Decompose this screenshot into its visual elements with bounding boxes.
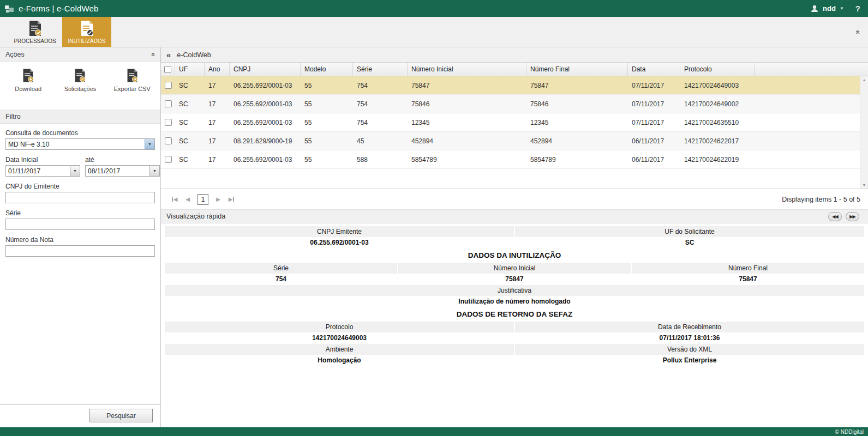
preview-title: Visualização rápida <box>166 213 225 220</box>
user-menu[interactable]: ndd <box>823 4 836 13</box>
data-final-picker[interactable]: ▼ <box>85 165 160 177</box>
grid-title: e-ColdWeb <box>177 51 211 59</box>
data-grid: UF Ano CNPJ Modelo Série Número Inicial … <box>161 63 868 189</box>
cell-modelo: 55 <box>301 156 353 164</box>
next-record-button[interactable]: ▶▶ <box>846 212 859 221</box>
data-inicial-picker[interactable]: ▼ <box>5 165 80 177</box>
select-all-checkbox[interactable] <box>164 66 171 73</box>
chevron-down-icon[interactable]: ▼ <box>70 166 80 176</box>
quick-view-panel: CNPJ Emitente 06.255.692/0001-03 UF do S… <box>161 223 868 366</box>
field-data-recebimento: Data de Recebimento 07/11/2017 18:01:36 <box>514 322 865 344</box>
cell-data: 07/11/2017 <box>628 119 680 126</box>
prev-page-button[interactable]: ◀ <box>182 193 194 205</box>
cell-numero-final: 75847 <box>526 82 628 89</box>
field-value: Homologação <box>164 355 514 366</box>
exportar-csv-button[interactable]: Exportar CSV <box>107 68 157 92</box>
field-label: Ambiente <box>165 344 514 355</box>
cell-data: 06/11/2017 <box>628 156 680 164</box>
previous-record-button[interactable]: ◀◀ <box>828 212 842 221</box>
consulta-dropdown[interactable]: ▼ <box>5 138 155 150</box>
cell-uf: SC <box>175 82 205 89</box>
document-void-icon <box>80 20 94 37</box>
page-number[interactable]: 1 <box>197 194 208 205</box>
cell-protocolo: 142170024622019 <box>680 156 755 164</box>
first-page-button[interactable]: ◀ <box>169 193 181 205</box>
action-label: Exportar CSV <box>114 86 151 92</box>
solicitacoes-button[interactable]: ⇄ Solicitações <box>56 68 105 92</box>
scroll-up-icon[interactable]: ▲ <box>863 78 866 82</box>
cell-data: 07/11/2017 <box>628 100 680 108</box>
data-inicial-input[interactable] <box>6 166 70 176</box>
chevron-double-up-icon[interactable]: » <box>149 53 157 57</box>
row-checkbox[interactable] <box>165 82 172 89</box>
field-versao-xml: Versão do XML Pollux Enterprise <box>514 344 865 366</box>
tab-processados[interactable]: PROCESSADOS <box>10 17 59 47</box>
field-label: Protocolo <box>165 322 514 332</box>
cell-protocolo: 142170024622017 <box>680 137 755 145</box>
field-value: 75847 <box>398 274 631 285</box>
cnpj-input[interactable] <box>5 192 155 203</box>
cell-ano: 17 <box>205 137 230 145</box>
grid-body: SC 17 06.255.692/0001-03 55 754 75847 75… <box>161 76 868 189</box>
action-label: Download <box>15 86 41 92</box>
table-row[interactable]: SC 17 06.255.692/0001-03 55 754 75846 75… <box>161 95 868 113</box>
record-nav: ◀◀ ▶▶ <box>828 212 863 221</box>
actions-title: Ações <box>5 51 25 58</box>
consulta-input[interactable] <box>6 139 145 149</box>
column-header-cnpj[interactable]: CNPJ <box>230 63 301 76</box>
next-page-button[interactable]: ▶ <box>212 193 224 205</box>
row-checkbox[interactable] <box>165 100 172 107</box>
field-value: Pollux Enterprise <box>514 355 865 366</box>
pesquisar-button[interactable]: Pesquisar <box>89 409 153 422</box>
column-header-modelo[interactable]: Modelo <box>301 63 353 76</box>
column-header-ano[interactable]: Ano <box>205 63 230 76</box>
scroll-down-icon[interactable]: ▼ <box>863 183 866 187</box>
column-header-numero-final[interactable]: Número Final <box>526 63 628 76</box>
field-numero-final: Número Final 75847 <box>631 263 865 285</box>
column-header-filler <box>755 63 868 76</box>
chevron-down-icon[interactable]: ▼ <box>145 139 154 149</box>
field-label: Versão do XML <box>515 344 864 355</box>
table-row[interactable]: SC 17 06.255.692/0001-03 55 588 5854789 … <box>161 150 868 169</box>
field-value: SC <box>514 237 865 249</box>
sidebar-bottom-bar: Pesquisar <box>0 404 160 427</box>
cell-modelo: 55 <box>301 119 353 126</box>
field-label: Número Final <box>632 263 864 274</box>
serie-input[interactable] <box>5 219 155 230</box>
cell-uf: SC <box>175 119 205 126</box>
table-row[interactable]: SC 17 08.291.629/9000-19 55 45 452894 45… <box>161 132 868 150</box>
column-header-data[interactable]: Data <box>628 63 680 76</box>
numero-nota-input[interactable] <box>5 245 155 257</box>
download-button[interactable]: Download <box>4 68 53 92</box>
data-final-input[interactable] <box>86 166 149 176</box>
help-button[interactable]: ? <box>855 4 860 13</box>
cell-data: 07/11/2017 <box>628 82 680 89</box>
grid-header-row: UF Ano CNPJ Modelo Série Número Inicial … <box>161 63 868 76</box>
cell-modelo: 55 <box>301 100 353 108</box>
column-header-serie[interactable]: Série <box>353 63 408 76</box>
row-checkbox[interactable] <box>165 119 172 126</box>
user-icon <box>810 4 819 13</box>
table-row[interactable]: SC 17 06.255.692/0001-03 55 754 12345 12… <box>161 113 868 132</box>
cell-numero-final: 452894 <box>526 137 628 145</box>
collapse-panel-icon[interactable]: « <box>166 50 171 59</box>
cell-numero-inicial: 5854789 <box>408 156 526 164</box>
chevron-down-icon[interactable]: ▼ <box>149 166 159 176</box>
chevron-down-icon[interactable]: ▼ <box>840 6 844 11</box>
tab-inutilizados[interactable]: INUTILIZADOS <box>62 17 111 47</box>
ate-label: até <box>85 156 160 164</box>
vertical-scrollbar[interactable]: ▲ ▼ <box>860 76 868 189</box>
column-header-protocolo[interactable]: Protocolo <box>680 63 755 76</box>
collapse-toolbar-button[interactable]: » <box>855 27 859 37</box>
row-checkbox[interactable] <box>165 156 172 163</box>
cell-numero-inicial: 75847 <box>408 82 526 89</box>
sidebar: Ações » Download <box>0 47 161 427</box>
row-checkbox[interactable] <box>165 137 172 144</box>
last-page-button[interactable]: ▶ <box>225 193 237 205</box>
table-row[interactable]: SC 17 06.255.692/0001-03 55 754 75847 75… <box>161 76 868 95</box>
cell-ano: 17 <box>205 100 230 108</box>
column-header-uf[interactable]: UF <box>175 63 205 76</box>
column-header-numero-inicial[interactable]: Número Inicial <box>408 63 526 76</box>
tab-label: PROCESSADOS <box>14 38 56 44</box>
cell-numero-inicial: 75846 <box>408 100 526 108</box>
